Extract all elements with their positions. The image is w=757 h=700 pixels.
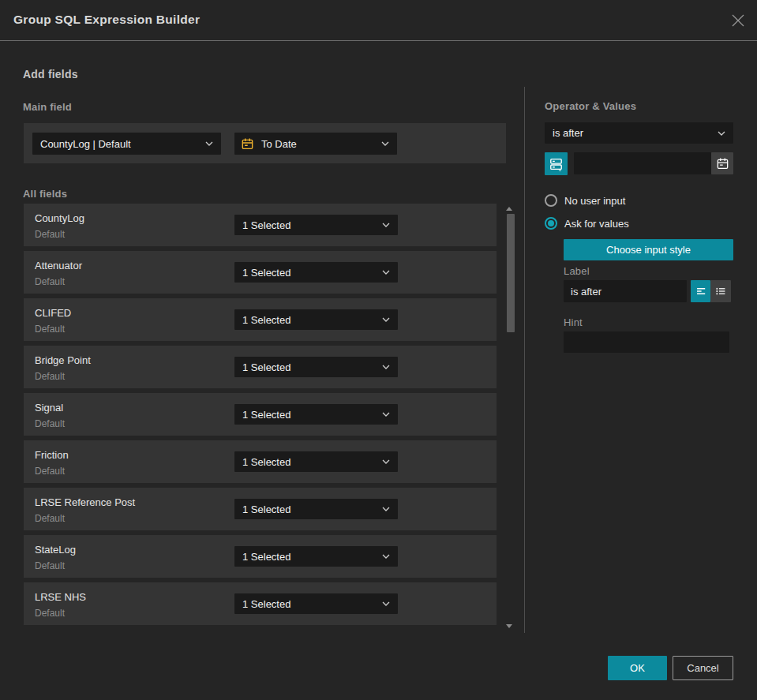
radio-no-user-input-label: No user input	[564, 195, 625, 207]
field-row: LRSE Reference Post Default 1 Selected	[24, 488, 497, 530]
chevron-down-icon	[382, 365, 390, 369]
field-selection-dropdown[interactable]: 1 Selected	[234, 404, 398, 425]
stored-values-button[interactable]	[545, 152, 568, 175]
field-row: CLIFED Default 1 Selected	[24, 298, 497, 341]
field-row: Attenuator Default 1 Selected	[24, 251, 497, 294]
label-input[interactable]	[564, 280, 687, 302]
ok-button[interactable]: OK	[608, 656, 667, 680]
scrollbar-thumb[interactable]	[507, 214, 515, 332]
field-name: Bridge Point	[35, 354, 91, 366]
field-selection-value: 1 Selected	[234, 267, 382, 279]
field-subtitle: Default	[35, 418, 65, 429]
close-button[interactable]	[729, 11, 748, 30]
field-subtitle: Default	[35, 276, 65, 287]
fields-scrollbar[interactable]	[503, 204, 515, 631]
field-name: CLIFED	[35, 307, 71, 319]
chevron-down-icon	[718, 131, 725, 136]
close-icon	[730, 13, 746, 28]
field-selection-dropdown[interactable]: 1 Selected	[234, 546, 398, 567]
field-selection-value: 1 Selected	[234, 598, 382, 610]
list-input-style-button[interactable]	[710, 280, 731, 302]
operator-dropdown[interactable]: is after	[545, 122, 733, 144]
date-type-dropdown[interactable]: To Date	[234, 133, 397, 155]
field-selection-value: 1 Selected	[234, 551, 382, 563]
hint-caption: Hint	[564, 316, 583, 328]
chevron-down-icon	[382, 459, 390, 464]
dialog-titlebar: Group SQL Expression Builder	[0, 0, 757, 41]
date-picker-button[interactable]	[711, 152, 733, 174]
field-name: StateLog	[35, 544, 76, 556]
field-name: Friction	[35, 449, 69, 461]
field-selection-value: 1 Selected	[234, 409, 382, 421]
field-selection-dropdown[interactable]: 1 Selected	[234, 215, 398, 235]
main-field-panel: CountyLog | Default To Date	[24, 123, 506, 163]
field-selection-dropdown[interactable]: 1 Selected	[234, 451, 398, 472]
chevron-down-icon	[205, 141, 213, 146]
field-name: LRSE NHS	[35, 591, 86, 603]
field-name: Signal	[35, 402, 63, 414]
chevron-down-icon	[382, 412, 390, 417]
field-subtitle: Default	[35, 371, 65, 382]
field-selection-dropdown[interactable]: 1 Selected	[234, 262, 398, 283]
field-subtitle: Default	[35, 513, 65, 524]
field-selection-dropdown[interactable]: 1 Selected	[234, 499, 398, 519]
field-name: CountyLog	[35, 212, 84, 224]
main-field-heading: Main field	[23, 101, 72, 113]
scroll-down-icon[interactable]	[506, 624, 512, 628]
field-subtitle: Default	[35, 229, 65, 240]
all-fields-list: CountyLog Default 1 Selected Attenuator …	[24, 204, 497, 630]
radio-circle-icon[interactable]	[545, 194, 557, 207]
choose-input-style-button[interactable]: Choose input style	[564, 239, 733, 260]
field-selection-dropdown[interactable]: 1 Selected	[234, 357, 398, 377]
main-field-dropdown-value: CountyLog | Default	[32, 138, 205, 150]
chevron-down-icon	[382, 554, 390, 559]
calendar-icon	[716, 157, 729, 170]
field-subtitle: Default	[35, 324, 65, 335]
single-input-style-button[interactable]	[691, 280, 710, 302]
dialog-title: Group SQL Expression Builder	[13, 13, 200, 27]
stored-values-icon	[548, 155, 564, 172]
operator-dropdown-value: is after	[545, 127, 718, 139]
chevron-down-icon	[382, 223, 390, 227]
align-left-icon	[695, 285, 707, 298]
main-field-dropdown[interactable]: CountyLog | Default	[32, 133, 221, 155]
field-selection-value: 1 Selected	[234, 503, 382, 515]
operator-values-heading: Operator & Values	[545, 100, 636, 112]
chevron-down-icon	[382, 270, 390, 275]
field-subtitle: Default	[35, 608, 65, 619]
field-selection-value: 1 Selected	[234, 314, 382, 326]
field-row: LRSE NHS Default 1 Selected	[24, 582, 497, 625]
bullet-list-icon	[714, 285, 727, 298]
chevron-down-icon	[382, 317, 390, 322]
chevron-down-icon	[381, 141, 389, 146]
field-row: Signal Default 1 Selected	[24, 393, 497, 436]
all-fields-heading: All fields	[23, 188, 67, 200]
panel-divider	[524, 87, 525, 633]
label-caption: Label	[564, 265, 590, 277]
field-subtitle: Default	[35, 466, 65, 477]
field-row: Bridge Point Default 1 Selected	[24, 346, 497, 388]
value-input[interactable]	[574, 152, 711, 174]
field-subtitle: Default	[35, 560, 65, 571]
cancel-button[interactable]: Cancel	[673, 656, 733, 680]
field-name: LRSE Reference Post	[35, 496, 135, 508]
field-selection-dropdown[interactable]: 1 Selected	[234, 309, 398, 330]
field-row: CountyLog Default 1 Selected	[24, 204, 497, 246]
field-name: Attenuator	[35, 260, 82, 271]
field-row: Friction Default 1 Selected	[24, 440, 497, 483]
chevron-down-icon	[382, 601, 390, 606]
calendar-icon	[241, 137, 254, 151]
add-fields-heading: Add fields	[23, 68, 78, 80]
scroll-up-icon[interactable]	[506, 207, 512, 211]
radio-no-user-input[interactable]: No user input	[545, 194, 625, 207]
radio-ask-for-values[interactable]: Ask for values	[545, 217, 629, 230]
hint-input[interactable]	[564, 331, 729, 353]
radio-ask-for-values-label: Ask for values	[564, 218, 629, 230]
date-type-dropdown-value: To Date	[254, 138, 381, 150]
field-row: StateLog Default 1 Selected	[24, 535, 497, 578]
field-selection-value: 1 Selected	[234, 456, 382, 468]
field-selection-value: 1 Selected	[234, 219, 382, 231]
radio-circle-selected-icon[interactable]	[545, 217, 557, 230]
field-selection-value: 1 Selected	[234, 361, 382, 373]
field-selection-dropdown[interactable]: 1 Selected	[234, 593, 398, 614]
